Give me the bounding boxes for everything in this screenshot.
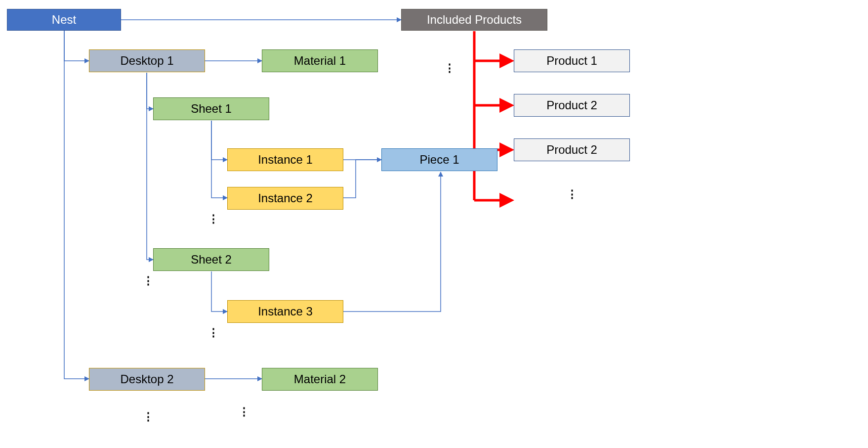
- node-desktop-1: Desktop 1: [89, 49, 205, 72]
- ellipsis-icon: ⋮: [566, 188, 577, 198]
- node-instance-3: Instance 3: [227, 300, 343, 323]
- node-piece-1: Piece 1: [381, 148, 497, 171]
- node-sheet-1: Sheet 1: [153, 97, 269, 120]
- node-product-2b: Product 2: [514, 138, 630, 161]
- node-material-1: Material 1: [262, 49, 378, 72]
- ellipsis-icon: ⋮: [207, 213, 218, 223]
- ellipsis-icon: ⋮: [444, 62, 455, 72]
- ellipsis-icon: ⋮: [238, 405, 249, 416]
- node-desktop-2: Desktop 2: [89, 368, 205, 391]
- node-instance-2: Instance 2: [227, 187, 343, 210]
- node-material-2: Material 2: [262, 368, 378, 391]
- node-included-products: Included Products: [401, 9, 547, 31]
- diagram-canvas: Nest Included Products Desktop 1 Materia…: [0, 0, 868, 448]
- ellipsis-icon: ⋮: [142, 410, 153, 421]
- ellipsis-icon: ⋮: [142, 274, 153, 285]
- node-product-1: Product 1: [514, 49, 630, 72]
- node-instance-1: Instance 1: [227, 148, 343, 171]
- ellipsis-icon: ⋮: [207, 326, 218, 337]
- node-product-2a: Product 2: [514, 94, 630, 117]
- node-sheet-2: Sheet 2: [153, 248, 269, 271]
- node-nest: Nest: [7, 9, 121, 31]
